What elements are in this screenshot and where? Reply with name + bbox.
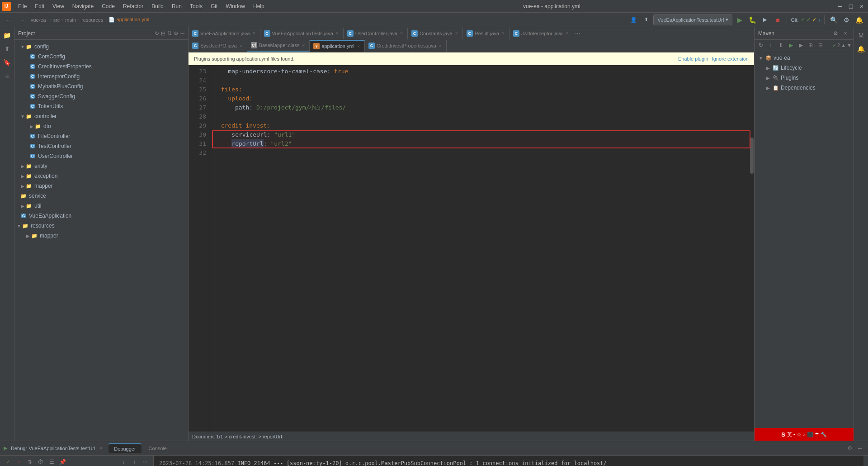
restore-button[interactable]: □	[846, 2, 855, 11]
run-with-coverage[interactable]: ▶	[760, 14, 770, 25]
tab-sysuserpo[interactable]: C SysUserPO.java ×	[189, 40, 247, 52]
maven-run-btn[interactable]: ▶	[786, 41, 795, 50]
menu-window[interactable]: Window	[222, 2, 249, 10]
vertical-scrollbar[interactable]	[750, 65, 754, 432]
ignore-extension-link[interactable]: Ignore extension	[712, 56, 749, 62]
tab-close[interactable]: ×	[252, 30, 256, 36]
tree-item[interactable]: C TokenUtils	[14, 101, 188, 111]
tab-close[interactable]: ×	[335, 30, 340, 36]
more-btn[interactable]: ⋯	[141, 457, 150, 466]
expand-arrow[interactable]: ▶	[25, 233, 31, 238]
maven-side-icon[interactable]: M	[855, 29, 868, 42]
maven-add-btn[interactable]: +	[766, 41, 775, 50]
enable-plugin-link[interactable]: Enable plugin	[678, 56, 708, 62]
tab-close[interactable]: ×	[438, 43, 443, 49]
expand-arrow[interactable]: ▼	[16, 223, 22, 228]
maven-collapse-btn[interactable]: ⊟	[816, 41, 825, 50]
maven-expand-arrow[interactable]: ▶	[765, 65, 771, 71]
debug-close-btn[interactable]: ×	[99, 445, 103, 451]
vcs-button[interactable]: ⬆	[641, 14, 651, 25]
expand-arrow[interactable]: ▶	[20, 163, 25, 169]
maven-project-item[interactable]: ▼ 📦 vue-ea	[755, 53, 854, 63]
stop-button[interactable]: ■	[772, 14, 783, 25]
project-icon[interactable]: 📁	[1, 29, 14, 42]
maven-expand-arrow[interactable]: ▶	[765, 85, 771, 90]
profile-icon[interactable]: 👤	[630, 17, 637, 23]
expand-arrow[interactable]: ▶	[20, 183, 25, 189]
forward-button[interactable]: →	[16, 14, 27, 25]
maven-debug-run-btn[interactable]: ▶	[796, 41, 805, 50]
scrollbar-thumb[interactable]	[750, 138, 754, 174]
tab-vueeaapplicationtests[interactable]: C VueEaApplicationTests.java ×	[260, 28, 344, 39]
tab-basemapper[interactable]: Cl BaseMapper.class ×	[247, 40, 310, 52]
debug-minimize-btn[interactable]: ─	[855, 444, 864, 453]
menu-file[interactable]: File	[14, 2, 30, 10]
project-collapse-icon[interactable]: ⊟	[161, 30, 165, 37]
pin-btn[interactable]: 📌	[58, 457, 67, 466]
project-sync-icon[interactable]: ↻	[155, 30, 159, 37]
tab-applicationyml[interactable]: Y application.yml ×	[310, 40, 365, 52]
debug-settings-btn[interactable]: ⚙	[845, 444, 854, 453]
tab-close[interactable]: ×	[301, 43, 306, 48]
debug-button[interactable]: 🐛	[747, 14, 758, 25]
tree-item[interactable]: 📁 service	[14, 191, 188, 201]
tree-item[interactable]: ▶ 📁 mapper	[14, 181, 188, 191]
tree-item[interactable]: C SwaggerConfig	[14, 91, 188, 101]
tab-close[interactable]: ×	[399, 30, 404, 36]
debugger-tab[interactable]: Debugger	[108, 443, 141, 453]
menu-help[interactable]: Help	[250, 2, 268, 10]
menu-tools[interactable]: Tools	[186, 2, 206, 10]
tree-item[interactable]: ▶ 📁 exception	[14, 171, 188, 181]
maven-dependencies-item[interactable]: ▶ 📋 Dependencies	[755, 83, 854, 93]
run-button[interactable]: ▶	[734, 14, 745, 25]
tab-close[interactable]: ×	[454, 30, 459, 36]
tree-item[interactable]: ▶ 📁 entity	[14, 161, 188, 171]
code-content[interactable]: map-underscore-to-camel-case: true files…	[210, 65, 754, 159]
tree-item[interactable]: C CreditInvestProperties	[14, 62, 188, 71]
settings-button[interactable]: ⚙	[841, 14, 852, 25]
tree-item[interactable]: C FileController	[14, 131, 188, 141]
code-content-wrap[interactable]: map-underscore-to-camel-case: true files…	[210, 65, 754, 432]
maven-refresh-btn[interactable]: ↻	[756, 41, 765, 50]
tree-item[interactable]: C InterceptorConfig	[14, 71, 188, 81]
tab-vueeaapplication[interactable]: C VueEaApplication.java ×	[189, 28, 260, 39]
maven-expand-btn[interactable]: ⊞	[806, 41, 815, 50]
tab-result[interactable]: C Result.java ×	[463, 28, 509, 39]
maven-download-btn[interactable]: ⬇	[776, 41, 785, 50]
tree-item[interactable]: ▶ 📁 dto	[14, 121, 188, 131]
menu-edit[interactable]: Edit	[31, 2, 48, 10]
tree-item[interactable]: ▼ 📁 config	[14, 42, 188, 52]
structure-icon[interactable]: ≡	[1, 70, 14, 82]
menu-build[interactable]: Build	[148, 2, 167, 10]
tab-close[interactable]: ×	[356, 43, 361, 49]
tree-item[interactable]: ▶ 📁 util	[14, 201, 188, 211]
menu-run[interactable]: Run	[168, 2, 185, 10]
tab-jwtinterceptor[interactable]: C JwtInterceptor.java ×	[509, 28, 573, 39]
commit-icon[interactable]: ⬆	[1, 43, 14, 55]
maven-plugins-item[interactable]: ▶ 🔌 Plugins	[755, 73, 854, 83]
maven-lifecycle-item[interactable]: ▶ 🔄 Lifecycle	[755, 63, 854, 73]
menu-refactor[interactable]: Refactor	[119, 2, 147, 10]
menu-view[interactable]: View	[49, 2, 68, 10]
sort-alpha-btn[interactable]: ⇅	[25, 457, 34, 466]
notifications-side-icon[interactable]: 🔔	[855, 43, 868, 55]
close-button[interactable]: ×	[857, 2, 866, 11]
expand-arrow[interactable]: ▶	[20, 203, 25, 209]
tree-item[interactable]: C TestController	[14, 141, 188, 151]
collapse-all-btn[interactable]: ↑	[130, 457, 139, 466]
expand-arrow[interactable]: ▼	[20, 114, 25, 119]
project-minimize-icon[interactable]: ─	[180, 30, 184, 37]
tabs-overflow-icon[interactable]: ⋯	[573, 30, 582, 37]
console-tab[interactable]: Console	[143, 444, 172, 453]
expand-arrow[interactable]: ▶	[29, 124, 34, 129]
maven-expand-arrow[interactable]: ▶	[765, 75, 771, 81]
project-settings-icon[interactable]: ⚙	[174, 30, 179, 37]
tree-item[interactable]: ▶ 📁 mapper	[14, 231, 188, 241]
tab-close[interactable]: ×	[501, 30, 505, 36]
project-sort-icon[interactable]: ⇅	[167, 30, 172, 37]
back-button[interactable]: ←	[4, 14, 14, 25]
updates-button[interactable]: 🔔	[854, 14, 864, 25]
menu-git[interactable]: Git	[207, 2, 221, 10]
maven-expand-arrow[interactable]: ▼	[758, 55, 764, 61]
tab-constants[interactable]: C Constants.java ×	[408, 28, 463, 39]
